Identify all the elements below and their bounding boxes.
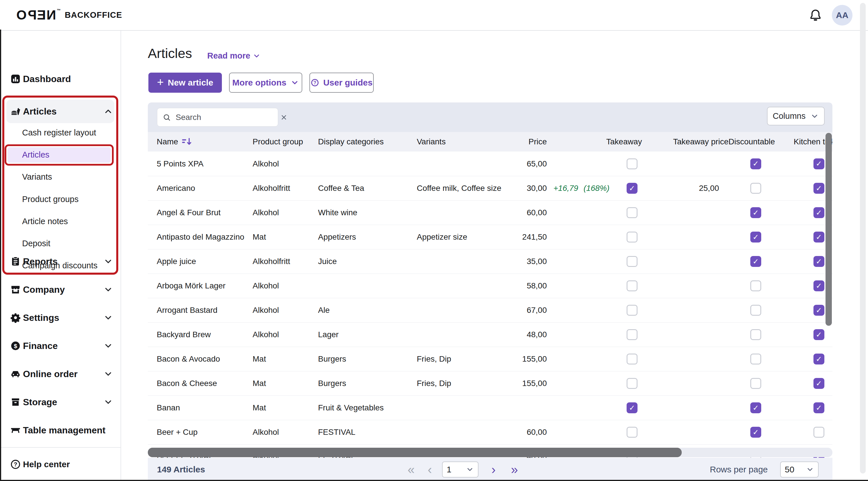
kitchen-ticket-checkbox[interactable]	[813, 427, 825, 438]
table-row[interactable]: AmericanoAlkoholfrittCoffee & TeaCoffee …	[148, 176, 832, 200]
sidebar-item-table-management[interactable]: Table management	[0, 422, 121, 438]
sidebar-item-settings[interactable]: Settings	[0, 310, 121, 326]
kitchen-ticket-checkbox[interactable]: ✓	[813, 280, 825, 291]
column-header-price[interactable]: Price	[487, 132, 547, 152]
cell-discountable	[750, 323, 761, 347]
cell-display-categories: Lager	[318, 323, 413, 347]
takeaway-checkbox[interactable]: ✓	[627, 403, 638, 413]
sidebar-item-finance[interactable]: $Finance	[0, 338, 121, 354]
clear-search-icon[interactable]	[280, 114, 288, 121]
sidebar-item-product-groups[interactable]: Product groups	[0, 191, 121, 207]
kitchen-ticket-checkbox[interactable]: ✓	[813, 329, 825, 340]
takeaway-checkbox[interactable]	[627, 354, 638, 364]
takeaway-checkbox[interactable]	[627, 329, 638, 340]
takeaway-checkbox[interactable]	[627, 256, 638, 267]
table-row[interactable]: Angel & Four BrutAlkoholWhite wine60,00✓…	[148, 200, 832, 225]
vertical-scrollbar[interactable]	[826, 133, 832, 326]
table-row[interactable]: Bacon & AvocadoMatBurgersFries, Dip155,0…	[148, 347, 832, 371]
takeaway-checkbox[interactable]	[627, 232, 638, 243]
table-row[interactable]: Backyard BrewAlkoholLager48,00✓	[148, 322, 832, 347]
more-options-button[interactable]: More options	[229, 73, 302, 93]
columns-dropdown[interactable]: Columns	[767, 107, 825, 125]
discountable-checkbox[interactable]: ✓	[750, 427, 761, 438]
sidebar-item-company[interactable]: Company	[0, 282, 121, 298]
cell-name: Apple juice	[157, 249, 249, 274]
sidebar-group-articles[interactable]: Articles	[0, 103, 121, 119]
last-page-button[interactable]: »	[511, 458, 518, 481]
kitchen-ticket-checkbox[interactable]: ✓	[813, 158, 825, 169]
first-page-button[interactable]: «	[408, 458, 414, 481]
table-row[interactable]: Arboga Mörk LagerAlkohol58,00✓	[148, 274, 832, 298]
sidebar-item-reports[interactable]: Reports	[0, 253, 121, 269]
horizontal-scrollbar-thumb[interactable]	[148, 448, 682, 457]
takeaway-checkbox[interactable]	[627, 158, 638, 169]
sidebar-item-articles[interactable]: Articles	[0, 147, 121, 163]
discountable-checkbox[interactable]: ✓	[750, 207, 761, 218]
takeaway-checkbox[interactable]	[627, 378, 638, 389]
column-header-discountable[interactable]: Discountable	[728, 132, 780, 152]
takeaway-checkbox[interactable]	[627, 427, 638, 438]
avatar[interactable]: AA	[832, 5, 852, 26]
discountable-checkbox[interactable]	[750, 305, 761, 316]
discountable-checkbox[interactable]	[750, 378, 761, 389]
sidebar-item-variants[interactable]: Variants	[0, 169, 121, 185]
sidebar-item-dashboard[interactable]: Dashboard	[0, 71, 121, 87]
table-row[interactable]: Arrogant BastardAlkoholAle67,00✓	[148, 298, 832, 322]
sidebar-item-cash-register-layout[interactable]: Cash register layout	[0, 125, 121, 140]
horizontal-scrollbar-track[interactable]	[148, 448, 832, 457]
discountable-checkbox[interactable]	[750, 329, 761, 340]
kitchen-ticket-checkbox[interactable]: ✓	[813, 207, 825, 218]
takeaway-checkbox[interactable]: ✓	[627, 183, 638, 194]
table-row[interactable]: BananMatFruit & Vegetables✓✓✓	[148, 395, 832, 420]
table-row[interactable]: Bacon & CheeseMatBurgersFries, Dip155,00…	[148, 371, 832, 395]
kitchen-ticket-checkbox[interactable]: ✓	[813, 183, 825, 194]
sidebar-item-deposit[interactable]: Deposit	[0, 235, 121, 251]
discountable-checkbox[interactable]	[750, 354, 761, 364]
rows-per-page-select[interactable]: 50	[780, 461, 818, 478]
user-guides-button[interactable]: ? User guides	[309, 73, 374, 93]
kitchen-ticket-checkbox[interactable]: ✓	[813, 256, 825, 267]
search-input[interactable]	[175, 113, 280, 122]
cell-takeaway-price	[664, 396, 719, 420]
table-row[interactable]: Beer + CupAlkoholFESTIVAL60,00✓	[148, 420, 832, 444]
table-row[interactable]: Apple juiceAlkoholfrittJuice35,00✓✓	[148, 249, 832, 274]
column-header-product-group[interactable]: Product group	[253, 132, 319, 152]
kitchen-ticket-checkbox[interactable]: ✓	[813, 305, 825, 316]
discountable-checkbox[interactable]: ✓	[750, 256, 761, 267]
previous-page-button[interactable]: ‹	[428, 458, 432, 481]
discountable-checkbox[interactable]	[750, 183, 761, 194]
notifications-bell-icon[interactable]	[809, 9, 822, 22]
takeaway-checkbox[interactable]	[627, 280, 638, 291]
kitchen-ticket-checkbox[interactable]: ✓	[813, 354, 825, 364]
kitchen-ticket-checkbox[interactable]: ✓	[813, 403, 825, 413]
takeaway-checkbox[interactable]	[627, 305, 638, 316]
cell-kitchen-ticket: ✓	[813, 152, 825, 176]
page-select[interactable]: 1	[442, 461, 478, 478]
discountable-checkbox[interactable]: ✓	[750, 403, 761, 413]
window-scrollbar[interactable]	[860, 3, 866, 474]
column-header-takeaway[interactable]: Takeaway	[606, 132, 658, 152]
sidebar-item-online-order[interactable]: Online order	[0, 366, 121, 382]
column-header-name[interactable]: Name	[157, 132, 249, 152]
discountable-checkbox[interactable]	[750, 280, 761, 291]
sidebar-item-storage[interactable]: Storage	[0, 394, 121, 410]
cell-takeaway-price	[664, 274, 719, 298]
sidebar-item-help-center[interactable]: ? Help center	[0, 456, 121, 472]
column-header-takeaway-price[interactable]: Takeaway price	[673, 132, 731, 152]
kitchen-ticket-checkbox[interactable]: ✓	[813, 232, 825, 243]
cell-takeaway-price	[664, 372, 719, 395]
sidebar-item-label: Product groups	[22, 195, 79, 204]
next-page-button[interactable]: ›	[491, 458, 496, 481]
takeaway-checkbox[interactable]	[627, 207, 638, 218]
sort-icon[interactable]	[181, 136, 193, 148]
read-more-link[interactable]: Read more	[207, 51, 260, 61]
discountable-checkbox[interactable]: ✓	[750, 158, 761, 169]
table-row[interactable]: Antipasto del MagazzinoMatAppetizersAppe…	[148, 225, 832, 249]
kitchen-ticket-checkbox[interactable]: ✓	[813, 378, 825, 389]
column-header-display-categories[interactable]: Display categories	[318, 132, 415, 152]
table-row[interactable]: 5 Points XPAAlkohol65,00✓✓	[148, 152, 832, 176]
top-bar: OPEN ™ BACKOFFICE AA	[0, 0, 868, 31]
sidebar-item-article-notes[interactable]: Article notes	[0, 213, 121, 229]
discountable-checkbox[interactable]: ✓	[750, 232, 761, 243]
new-article-button[interactable]: + New article	[148, 73, 222, 93]
